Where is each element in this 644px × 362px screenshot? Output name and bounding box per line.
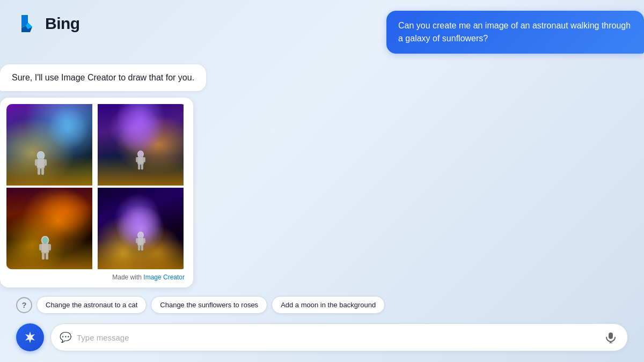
svg-rect-11 [138, 164, 140, 169]
svg-rect-17 [48, 244, 51, 250]
copilot-button[interactable] [16, 323, 44, 351]
message-icon: 💬 [60, 331, 71, 343]
suggestion-chip-1[interactable]: Change the astronaut to a cat [36, 296, 147, 314]
svg-rect-29 [609, 333, 613, 339]
svg-rect-1 [37, 159, 45, 168]
svg-rect-25 [138, 245, 140, 250]
svg-rect-18 [42, 252, 45, 260]
svg-rect-3 [44, 159, 47, 166]
header: Bing [16, 12, 80, 35]
bot-message-area: Sure, I'll use Image Creator to draw tha… [0, 64, 206, 287]
bing-logo-icon [16, 12, 40, 35]
suggestion-chip-2[interactable]: Change the sunflowers to roses [151, 296, 267, 314]
svg-point-27 [138, 233, 143, 238]
image-creator-link[interactable]: Image Creator [143, 274, 185, 281]
generated-image-1[interactable] [6, 104, 92, 186]
astronaut-figure-1 [33, 151, 49, 180]
bot-message-text: Sure, I'll use Image Creator to draw tha… [12, 73, 194, 82]
mic-button[interactable] [603, 329, 619, 345]
svg-rect-5 [41, 167, 44, 175]
svg-point-13 [138, 152, 143, 157]
help-button[interactable]: ? [16, 297, 32, 313]
suggestions-area: ? Change the astronaut to a cat Change t… [16, 296, 628, 314]
svg-rect-10 [143, 157, 145, 162]
input-bar[interactable]: 💬 Type message [50, 323, 628, 351]
image-grid [6, 104, 187, 269]
svg-rect-4 [38, 167, 40, 175]
image-footer-prefix: Made with [112, 274, 143, 281]
svg-rect-22 [137, 238, 143, 245]
image-footer: Made with Image Creator [6, 274, 187, 281]
svg-rect-19 [46, 252, 48, 260]
astronaut-figure-2 [134, 150, 147, 175]
mic-icon [605, 331, 617, 343]
svg-rect-2 [35, 159, 38, 166]
generated-image-2[interactable] [98, 104, 184, 186]
input-bar-wrapper: 💬 Type message [16, 323, 628, 351]
bing-title: Bing [45, 14, 80, 33]
svg-point-20 [42, 237, 48, 243]
copilot-icon [23, 330, 37, 344]
svg-rect-9 [136, 157, 138, 162]
svg-rect-26 [141, 245, 143, 250]
svg-rect-24 [143, 238, 145, 243]
generated-image-3[interactable] [6, 188, 92, 269]
suggestion-chip-3[interactable]: Add a moon in the background [272, 296, 385, 314]
svg-point-28 [28, 336, 32, 339]
user-message-text: Can you create me an image of an astrona… [398, 21, 631, 43]
svg-rect-15 [41, 243, 49, 253]
input-placeholder[interactable]: Type message [77, 333, 603, 342]
svg-rect-8 [137, 157, 143, 164]
astronaut-figure-3 [37, 236, 53, 265]
svg-point-6 [38, 152, 43, 159]
svg-rect-23 [136, 238, 138, 243]
astronaut-figure-4 [134, 231, 147, 256]
svg-rect-12 [141, 164, 143, 169]
bot-message-bubble: Sure, I'll use Image Creator to draw tha… [0, 64, 206, 91]
generated-image-4[interactable] [98, 188, 184, 269]
user-message-bubble: Can you create me an image of an astrona… [386, 11, 644, 54]
svg-rect-16 [39, 244, 42, 250]
image-card: Made with Image Creator [0, 98, 193, 287]
